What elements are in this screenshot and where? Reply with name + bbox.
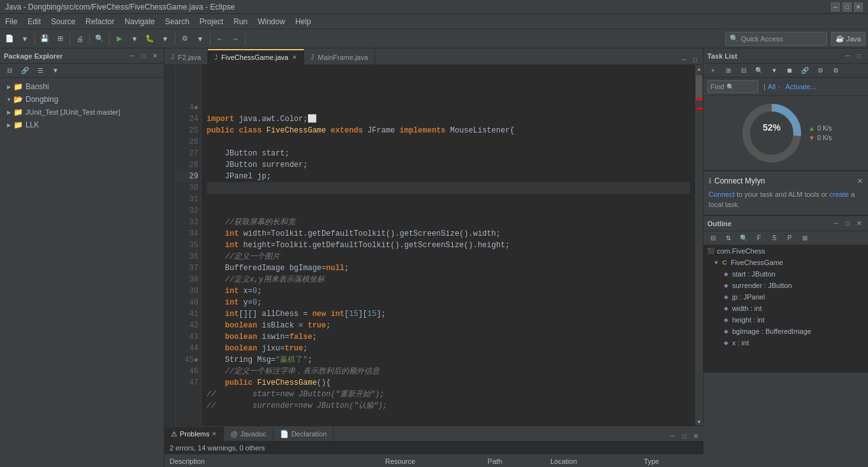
menu-search[interactable]: Search — [160, 14, 195, 29]
ext-tools-dropdown[interactable]: ▼ — [193, 32, 207, 46]
run-dropdown[interactable]: ▼ — [128, 32, 142, 46]
menu-help[interactable]: Help — [290, 14, 316, 29]
outline-class[interactable]: ▼ C FiveChessGame — [703, 257, 868, 268]
task-find-input[interactable]: Find 🔍 — [707, 80, 758, 93]
col-location[interactable]: Location — [545, 455, 639, 467]
maximize-button[interactable]: □ — [842, 3, 851, 11]
outline-field-width[interactable]: ◆ width : int — [703, 303, 868, 314]
tab-problems[interactable]: ⚠ Problems ✕ — [165, 427, 224, 441]
bottom-panel-close[interactable]: ✕ — [691, 431, 701, 441]
bottom-panel-maximize[interactable]: □ — [679, 431, 689, 441]
outline-hide-static-btn[interactable]: S — [767, 231, 781, 245]
task-list-maximize[interactable]: □ — [854, 51, 864, 61]
menu-source[interactable]: Source — [46, 14, 80, 29]
bottom-panel-minimize[interactable]: ─ — [668, 431, 678, 441]
minimize-panel-button[interactable]: ─ — [127, 51, 137, 61]
tree-item-llk[interactable]: ▶ 📁 LLK — [0, 119, 164, 131]
menu-file[interactable]: File — [0, 14, 22, 29]
task-btn-8[interactable]: ⚙ — [813, 64, 827, 78]
java-perspective-button[interactable]: ☕ Java — [831, 32, 865, 46]
task-btn-5[interactable]: ▼ — [767, 64, 781, 78]
col-type[interactable]: Type — [639, 455, 703, 467]
connect-mylyn-title: ℹ Connect Mylyn ✕ — [709, 176, 863, 185]
tab-f2-java[interactable]: J F2.java — [165, 49, 208, 64]
task-btn-2[interactable]: ⊞ — [721, 64, 735, 78]
scroll-up-button[interactable]: ▲ — [695, 65, 703, 73]
task-btn-6[interactable]: ⏹ — [783, 64, 797, 78]
scroll-down-button[interactable]: ▼ — [695, 418, 703, 426]
menu-refactor[interactable]: Refactor — [80, 14, 119, 29]
editor-maximize-button[interactable]: □ — [690, 54, 700, 64]
task-list-minimize[interactable]: ─ — [842, 51, 853, 61]
new-button[interactable]: 📄 — [3, 32, 17, 46]
forward-button[interactable]: → — [228, 32, 242, 46]
menu-edit[interactable]: Edit — [22, 14, 46, 29]
connect-mylyn-close[interactable]: ✕ — [857, 177, 863, 185]
toolbar-btn-2[interactable]: ▼ — [18, 32, 32, 46]
tree-item-junit[interactable]: ▶ 📁 JUnit_Test [JUnit_Test master] — [0, 106, 164, 119]
col-path[interactable]: Path — [483, 455, 545, 467]
task-btn-3[interactable]: ⊟ — [737, 64, 751, 78]
quick-access-input[interactable]: 🔍 Quick Access — [725, 32, 827, 46]
tab-mainframe-java[interactable]: J MainFrame.java — [304, 49, 375, 64]
tree-item-baoshi[interactable]: ▶ 📁 Baoshi — [0, 80, 164, 93]
tab-close-fivechess[interactable]: ✕ — [292, 54, 297, 61]
new-task-button[interactable]: + — [706, 64, 720, 78]
outline-field-bgimage[interactable]: ◆ bgImage : BufferedImage — [703, 326, 868, 337]
outline-field-jp[interactable]: ◆ jp : JPanel — [703, 291, 868, 303]
close-panel-button[interactable]: ✕ — [150, 51, 160, 61]
tree-item-dongbing[interactable]: ▼ 📂 Dongbing — [0, 93, 164, 106]
menu-window[interactable]: Window — [253, 14, 290, 29]
ext-tools-button[interactable]: ⚙ — [178, 32, 192, 46]
outline-collapse-btn[interactable]: ⊟ — [706, 231, 720, 245]
outline-pkg[interactable]: ⬛ com.FiveChess — [703, 245, 868, 257]
scroll-thumb[interactable] — [696, 75, 702, 101]
outline-field-surrender[interactable]: ◆ surrender : JButton — [703, 280, 868, 291]
outline-filter-btn[interactable]: 🔍 — [737, 231, 751, 245]
tab-javadoc[interactable]: @ Javadoc — [224, 427, 273, 441]
pkg-menu-button[interactable]: ☰ — [33, 64, 47, 78]
task-btn-4[interactable]: 🔍 — [752, 64, 766, 78]
menu-navigate[interactable]: Navigate — [119, 14, 159, 29]
pkg-view-menu[interactable]: ▼ — [48, 64, 63, 78]
task-all-link[interactable]: All — [768, 83, 776, 90]
create-link[interactable]: create — [830, 190, 850, 198]
search-button[interactable]: 🔍 — [92, 32, 107, 46]
task-activate-link[interactable]: Activate... — [785, 83, 816, 90]
print-button[interactable]: 🖨 — [73, 32, 87, 46]
pkg-link-button[interactable]: 🔗 — [18, 64, 32, 78]
debug-dropdown[interactable]: ▼ — [158, 32, 172, 46]
maximize-panel-button[interactable]: □ — [138, 51, 149, 61]
outline-expand-btn[interactable]: ⊞ — [798, 231, 812, 245]
outline-minimize[interactable]: ─ — [831, 219, 841, 229]
outline-maximize[interactable]: □ — [842, 219, 853, 229]
problems-tab-close[interactable]: ✕ — [212, 431, 217, 437]
outline-field-x[interactable]: ◆ x : int — [703, 337, 868, 348]
tab-declaration[interactable]: 📄 Declaration — [274, 427, 334, 441]
outline-field-height[interactable]: ◆ height : int — [703, 314, 868, 326]
task-btn-7[interactable]: 🔗 — [798, 64, 812, 78]
minimize-button[interactable]: ─ — [831, 3, 840, 11]
run-button[interactable]: ▶ — [112, 32, 126, 46]
col-description[interactable]: Description — [165, 455, 380, 467]
menu-project[interactable]: Project — [195, 14, 228, 29]
outline-close[interactable]: ✕ — [854, 219, 864, 229]
task-btn-9[interactable]: ⚙ — [828, 64, 842, 78]
editor-minimize-button[interactable]: ─ — [679, 54, 689, 64]
menu-run[interactable]: Run — [228, 14, 253, 29]
debug-button[interactable]: 🐛 — [143, 32, 157, 46]
code-editor[interactable]: import java.awt.Color;⬜ public class Fiv… — [202, 65, 695, 426]
connect-link[interactable]: Connect — [709, 190, 735, 198]
outline-hide-nonpub-btn[interactable]: P — [783, 231, 797, 245]
close-button[interactable]: ✕ — [854, 3, 863, 11]
editor-scrollbar[interactable]: ▲ ▼ — [695, 65, 703, 426]
col-resource[interactable]: Resource — [380, 455, 483, 467]
outline-hide-fields-btn[interactable]: F — [752, 231, 766, 245]
tab-fivechessgame-java[interactable]: J FiveChessGame.java ✕ — [208, 49, 304, 64]
save-all-button[interactable]: ⊞ — [53, 32, 67, 46]
save-button[interactable]: 💾 — [38, 32, 52, 46]
outline-sort-btn[interactable]: ⇅ — [721, 231, 735, 245]
back-button[interactable]: ← — [213, 32, 227, 46]
outline-field-start[interactable]: ◆ start : JButton — [703, 268, 868, 280]
pkg-collapse-button[interactable]: ⊟ — [3, 64, 17, 78]
